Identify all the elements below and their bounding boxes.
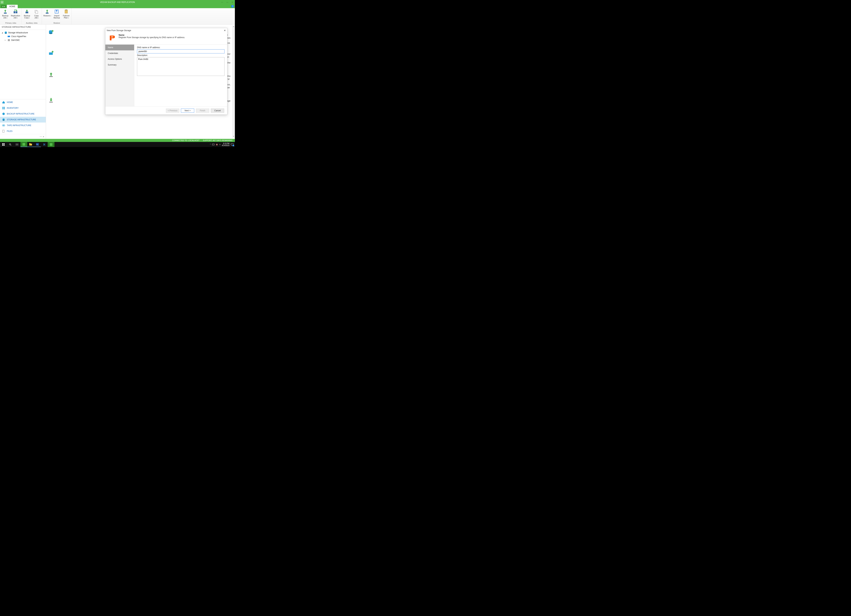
scroll-up-icon[interactable]: ▴ <box>232 26 235 28</box>
tray-expand-icon[interactable]: ˄ <box>210 144 211 146</box>
restore-button[interactable]: Restore <box>43 9 51 22</box>
taskbar-app-veeam-2[interactable] <box>48 142 54 147</box>
svg-rect-8 <box>46 13 48 14</box>
taskbar-app-powershell[interactable]: >_ <box>34 142 41 147</box>
dialog-title-bar: New Pure Storage Storage ✕ <box>105 28 227 33</box>
dialog-nav: Name Credentials Access Options Summary <box>105 45 134 106</box>
svg-rect-16 <box>8 39 10 40</box>
svg-point-14 <box>5 33 7 34</box>
group-label-aux: Auxiliary Jobs <box>23 22 41 24</box>
minimize-button[interactable]: — <box>220 0 225 5</box>
sidebar-panel-title: STORAGE INFRASTRUCTURE <box>0 24 46 30</box>
cancel-button[interactable]: Cancel <box>211 108 224 113</box>
import-backup-button[interactable]: Import Backup <box>53 9 60 22</box>
svg-rect-11 <box>65 9 67 10</box>
dialog-close-button[interactable]: ✕ <box>224 29 226 32</box>
svg-rect-21 <box>4 108 5 109</box>
svg-rect-3 <box>14 11 15 13</box>
main-menu-button[interactable]: ≡ ▾ <box>1 5 6 8</box>
tree-root-storage-infrastructure[interactable]: ◢ Storage Infrastructure <box>1 31 45 35</box>
nav-inventory[interactable]: INVENTORY <box>0 105 46 111</box>
svg-point-44 <box>9 144 11 145</box>
svg-rect-1 <box>2 2 3 3</box>
nav-files[interactable]: FILES <box>0 128 46 134</box>
svg-rect-47 <box>17 144 18 145</box>
svg-text:+: + <box>52 30 53 32</box>
nav-backup-infra[interactable]: BACKUP INFRASTRUCTURE <box>0 111 46 117</box>
description-input[interactable] <box>137 57 224 76</box>
svg-text:>_: >_ <box>37 143 39 145</box>
svg-rect-48 <box>23 143 25 146</box>
new-pure-storage-dialog: New Pure Storage Storage ✕ Name Register… <box>105 28 227 115</box>
dns-label: DNS name or IP address: <box>137 46 224 49</box>
tray-usb-icon[interactable]: ⇪ <box>219 144 221 146</box>
nav-options-icon[interactable]: ⋯ <box>40 135 42 138</box>
finish-button: Finish <box>196 108 209 113</box>
svg-rect-42 <box>2 145 3 146</box>
dialog-nav-name[interactable]: Name <box>105 45 134 50</box>
svg-rect-38 <box>50 102 53 102</box>
inventory-icon <box>2 107 5 110</box>
restore-icon <box>44 9 50 14</box>
step-storage-icon: + <box>48 30 54 35</box>
nav-home[interactable]: HOME <box>0 99 46 105</box>
tray-network-icon[interactable] <box>212 143 215 146</box>
failover-plan-icon <box>63 9 69 14</box>
next-button[interactable]: Next > <box>181 108 194 113</box>
svg-rect-10 <box>65 10 68 13</box>
svg-rect-37 <box>50 76 53 77</box>
replication-job-button[interactable]: Replication Job <box>11 9 20 22</box>
taskbar-app-veeam[interactable] <box>20 142 27 147</box>
svg-text:+: + <box>52 51 53 53</box>
tree-item-cisco-hyperflex[interactable]: Cisco HyperFlex <box>1 35 45 38</box>
task-view-button[interactable] <box>14 142 20 147</box>
failover-plan-button[interactable]: Failover Plan <box>62 9 70 22</box>
nav-overflow-icon[interactable]: » <box>43 135 44 138</box>
collapse-icon[interactable]: ◢ <box>2 32 3 33</box>
scroll-down-icon[interactable]: ▾ <box>232 135 235 138</box>
dialog-nav-credentials[interactable]: Credentials <box>105 50 134 56</box>
tape-icon <box>2 124 5 127</box>
backup-job-button[interactable]: Backup Job <box>2 9 9 22</box>
tray-volume-muted-icon[interactable]: 🔇 <box>216 144 218 146</box>
tree-item-dell-emc[interactable]: ▷ Dell EMC <box>1 38 45 42</box>
taskbar-app-vscode[interactable] <box>41 142 48 147</box>
dialog-step-title: Name <box>119 34 185 36</box>
dns-input[interactable] <box>137 50 224 53</box>
search-button[interactable] <box>7 142 14 147</box>
start-button[interactable] <box>0 142 7 147</box>
dialog-nav-access-options[interactable]: Access Options <box>105 56 134 62</box>
nav-list: HOME INVENTORY BACKUP INFRASTRUCTURE STO… <box>0 99 46 139</box>
nav-storage-infra[interactable]: STORAGE INFRASTRUCTURE <box>0 117 46 123</box>
backup-copy-button[interactable]: Backup Copy <box>23 9 31 22</box>
tab-home[interactable]: HOME <box>7 5 18 8</box>
maximize-button[interactable]: ▭ <box>225 0 230 5</box>
status-connection: CONNECTED TO: LOCALHOST <box>172 139 200 141</box>
tree: ◢ Storage Infrastructure Cisco HyperFlex… <box>0 30 46 43</box>
action-center-icon[interactable]: 2 <box>231 143 233 146</box>
home-icon <box>2 101 5 104</box>
close-button[interactable]: ✕ <box>230 0 235 5</box>
step-download-icon <box>48 97 54 103</box>
svg-rect-43 <box>4 145 5 146</box>
expand-icon[interactable]: ▷ <box>5 39 6 41</box>
svg-rect-15 <box>8 36 10 37</box>
taskbar-app-explorer[interactable] <box>27 142 34 147</box>
scrollbar[interactable]: ▴ ▾ <box>232 26 235 138</box>
nav-tape-infra[interactable]: TAPE INFRASTRUCTURE <box>0 123 46 128</box>
svg-rect-46 <box>16 144 17 145</box>
sidebar: STORAGE INFRASTRUCTURE ◢ Storage Infrast… <box>0 24 46 139</box>
clock[interactable]: 9:19 PM 4/14/2018 <box>222 143 230 146</box>
backup-copy-icon <box>24 9 30 14</box>
svg-rect-50 <box>29 143 30 144</box>
title-bar: VEEAM BACKUP AND REPLICATION — ▭ ✕ <box>0 0 235 5</box>
dialog-nav-summary[interactable]: Summary <box>105 62 134 68</box>
group-label-restore: Restore <box>43 22 70 24</box>
copy-job-button[interactable]: Copy Job <box>33 9 41 22</box>
group-label-primary: Primary Jobs <box>2 22 20 24</box>
window-controls: — ▭ ✕ <box>220 0 235 5</box>
svg-rect-2 <box>4 13 7 14</box>
dialog-title: New Pure Storage Storage <box>107 29 131 32</box>
svg-rect-53 <box>50 143 53 146</box>
help-icon[interactable]: ? <box>231 5 234 8</box>
